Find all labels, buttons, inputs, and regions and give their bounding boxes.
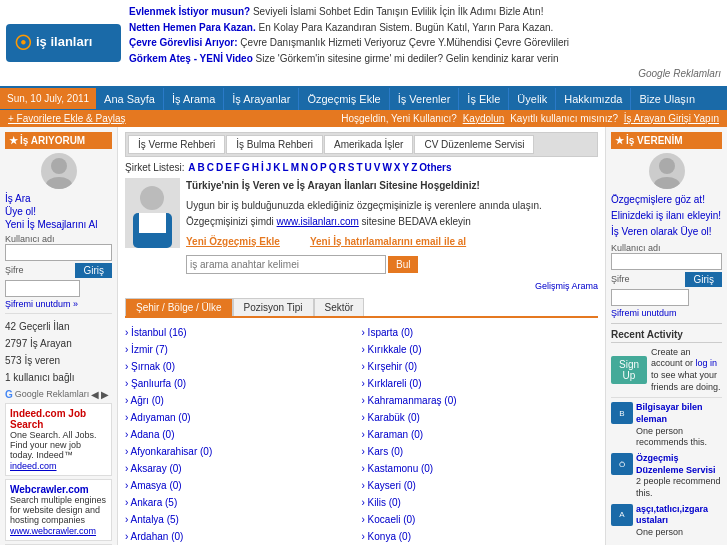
activity-name-0[interactable]: Bilgisayar bilen eleman — [636, 402, 722, 425]
sub-tab-2[interactable]: Amerikada İşler — [324, 135, 413, 154]
alphabet-link-U[interactable]: U — [365, 162, 372, 173]
alphabet-link-X[interactable]: X — [394, 162, 401, 173]
alphabet-link-A[interactable]: A — [188, 162, 195, 173]
site-link[interactable]: www.isilanları.com — [277, 216, 359, 227]
alphabet-link-V[interactable]: V — [374, 162, 381, 173]
mesaj-link[interactable]: Yeni İş Mesajlarını Al — [5, 219, 112, 230]
ozgecmis-ekle-link[interactable]: Yeni Özgeçmiş Ekle — [186, 234, 280, 250]
nav-item-is-arama[interactable]: İş Arama — [164, 88, 224, 110]
city-item[interactable]: › Ağrı (0) — [125, 393, 362, 408]
sub-tab-0[interactable]: İş Verme Rehberi — [128, 135, 225, 154]
alphabet-link-Z[interactable]: Z — [411, 162, 417, 173]
register-link[interactable]: Kaydolun — [463, 113, 505, 124]
city-item[interactable]: › Isparta (0) — [362, 325, 599, 340]
nav-item-ana-sayfa[interactable]: Ana Sayfa — [96, 88, 164, 110]
nav-item-hakkimizda[interactable]: Hakkımızda — [556, 88, 631, 110]
alphabet-link-J[interactable]: J — [266, 162, 272, 173]
nav-item-is-verenler[interactable]: İş Verenler — [390, 88, 460, 110]
alphabet-link-S[interactable]: S — [348, 162, 355, 173]
alphabet-link-P[interactable]: P — [320, 162, 327, 173]
city-item[interactable]: › Ardahan (0) — [125, 529, 362, 544]
city-item[interactable]: › Karaman (0) — [362, 427, 599, 442]
favorites-action[interactable]: + Favorilere Ekle & Paylaş — [8, 113, 126, 124]
city-item[interactable]: › İstanbul (16) — [125, 325, 362, 340]
city-item[interactable]: › Antalya (5) — [125, 512, 362, 527]
city-item[interactable]: › Şırnak (0) — [125, 359, 362, 374]
city-item[interactable]: › Konya (0) — [362, 529, 599, 544]
nav-item-ozgecmis-ekle[interactable]: Özgeçmiş Ekle — [299, 88, 389, 110]
arr-left[interactable]: ◀ — [91, 389, 99, 400]
city-item[interactable]: › Adıyaman (0) — [125, 410, 362, 425]
right-password-input[interactable] — [611, 289, 689, 306]
left-login-button[interactable]: Giriş — [75, 263, 112, 278]
city-item[interactable]: › Kırşehir (0) — [362, 359, 599, 374]
city-item[interactable]: › Kayseri (0) — [362, 478, 599, 493]
alphabet-link-G[interactable]: G — [242, 162, 250, 173]
city-item[interactable]: › Amasya (0) — [125, 478, 362, 493]
sub-tab-3[interactable]: CV Düzenleme Servisi — [414, 135, 534, 154]
city-item[interactable]: › Kahramanmaraş (0) — [362, 393, 599, 408]
sub-tab-1[interactable]: İş Bulma Rehberi — [226, 135, 323, 154]
forget-link[interactable]: Şifremi unutdum » — [5, 299, 112, 309]
city-item[interactable]: › Kocaeli (0) — [362, 512, 599, 527]
indeed-url[interactable]: indeed.com — [10, 461, 57, 471]
search-input[interactable] — [186, 255, 386, 274]
city-item[interactable]: › Karabük (0) — [362, 410, 599, 425]
right-username-input[interactable] — [611, 253, 722, 270]
right-forget-link[interactable]: Şifremi unutdum — [611, 308, 722, 318]
gelismis-arama[interactable]: Gelişmiş Arama — [186, 279, 598, 293]
arr-right[interactable]: ▶ — [101, 389, 109, 400]
alphabet-link-Q[interactable]: Q — [329, 162, 337, 173]
nav-item-bize-ulasin[interactable]: Bize Ulaşın — [631, 88, 703, 110]
alphabet-link-L[interactable]: L — [283, 162, 289, 173]
city-item[interactable]: › Kırklareli (0) — [362, 376, 599, 391]
alphabet-link-F[interactable]: F — [234, 162, 240, 173]
activity-name-2[interactable]: aşçı,tatlıcı,izgara ustaları — [636, 504, 722, 527]
alphabet-link-N[interactable]: N — [301, 162, 308, 173]
city-item[interactable]: › Aksaray (0) — [125, 461, 362, 476]
ozgecmis-goz-link[interactable]: Özgeçmişlere göz at! — [611, 193, 722, 207]
alphabet-link-B[interactable]: B — [197, 162, 204, 173]
alphabet-link-D[interactable]: D — [216, 162, 223, 173]
uye-ol-link[interactable]: Üye ol! — [5, 206, 112, 217]
city-item[interactable]: › Kırıkkale (0) — [362, 342, 599, 357]
is-ara-link[interactable]: İş Ara — [5, 193, 112, 204]
right-login-button[interactable]: Giriş — [685, 272, 722, 287]
alphabet-link-E[interactable]: E — [225, 162, 232, 173]
city-item[interactable]: › Kars (0) — [362, 444, 599, 459]
ilan-ekle-link[interactable]: Elinizdeki iş ilanı ekleyin! — [611, 209, 722, 223]
username-input[interactable] — [5, 244, 112, 261]
activity-name-1[interactable]: Özgeçmiş Düzenleme Servisi — [636, 453, 722, 476]
alphabet-link-O[interactable]: O — [310, 162, 318, 173]
filter-tab-0[interactable]: Şehir / Bölge / Ülke — [125, 298, 233, 316]
webcrawler-url[interactable]: www.webcrawler.com — [10, 526, 96, 536]
city-item[interactable]: › Afyonkarahisar (0) — [125, 444, 362, 459]
city-item[interactable]: › İzmir (7) — [125, 342, 362, 357]
alphabet-link-W[interactable]: W — [382, 162, 391, 173]
alphabet-link-M[interactable]: M — [291, 162, 299, 173]
city-item[interactable]: › Kastamonu (0) — [362, 461, 599, 476]
password-input[interactable] — [5, 280, 80, 297]
alphabet-link-İ[interactable]: İ — [261, 162, 264, 173]
city-item[interactable]: › Kilis (0) — [362, 495, 599, 510]
email-hatirla-link[interactable]: Yeni İş hatırlamalarını email ile al — [310, 234, 466, 250]
search-button[interactable]: Bul — [388, 256, 418, 273]
uye-ol-right-link[interactable]: İş Veren olarak Üye ol! — [611, 225, 722, 239]
alphabet-link-C[interactable]: C — [207, 162, 214, 173]
filter-tab-2[interactable]: Sektör — [314, 298, 365, 316]
login-link[interactable]: İş Arayan Girişi Yapın — [624, 113, 719, 124]
nav-item-is-ekle[interactable]: İş Ekle — [459, 88, 509, 110]
city-item[interactable]: › Şanlıurfa (0) — [125, 376, 362, 391]
city-item[interactable]: › Adana (0) — [125, 427, 362, 442]
city-item[interactable]: › Ankara (5) — [125, 495, 362, 510]
alphabet-link-Y[interactable]: Y — [403, 162, 410, 173]
filter-tab-1[interactable]: Pozisyon Tipi — [233, 298, 314, 316]
nav-item-is-arayanlar[interactable]: İş Arayanlar — [224, 88, 299, 110]
alphabet-link-Others[interactable]: Others — [419, 162, 451, 173]
nav-item-uyelik[interactable]: Üyelik — [509, 88, 556, 110]
alphabet-link-H[interactable]: H — [252, 162, 259, 173]
alphabet-link-R[interactable]: R — [338, 162, 345, 173]
signup-button[interactable]: Sign Up — [611, 356, 647, 384]
alphabet-link-T[interactable]: T — [356, 162, 362, 173]
alphabet-link-K[interactable]: K — [273, 162, 280, 173]
